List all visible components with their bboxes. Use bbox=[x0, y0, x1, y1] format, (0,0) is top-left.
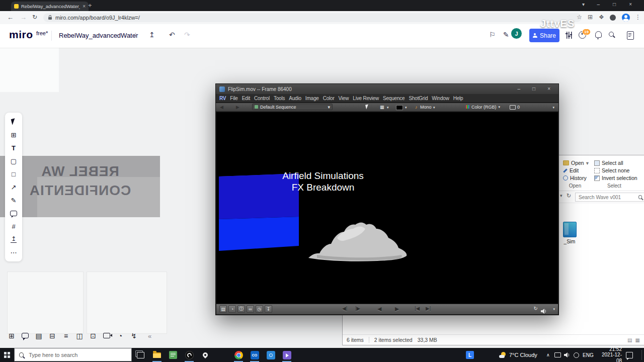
loop-mode-icon[interactable]: ∞ bbox=[247, 305, 254, 313]
cards-icon[interactable]: ⊟ bbox=[49, 332, 56, 339]
window-close-icon[interactable]: × bbox=[629, 2, 632, 7]
export-board-icon[interactable]: ↥ bbox=[149, 31, 155, 38]
quick-draw-icon[interactable]: ✎ bbox=[503, 31, 509, 38]
playback-loop-icon[interactable]: ↻ bbox=[534, 306, 538, 311]
extensions-icon[interactable]: ❖ bbox=[599, 14, 604, 20]
taskbar-purple-app[interactable] bbox=[279, 348, 295, 362]
prev-source-icon[interactable]: ◀ bbox=[220, 105, 223, 110]
select-tool[interactable] bbox=[5, 115, 22, 128]
start-button[interactable] bbox=[0, 348, 14, 362]
language-indicator[interactable]: ENG bbox=[583, 348, 594, 362]
select-all-button[interactable]: Select all bbox=[594, 160, 623, 166]
user-avatar[interactable]: J bbox=[511, 28, 522, 39]
speaker-icon[interactable] bbox=[541, 307, 547, 316]
menu-shotgrid[interactable]: ShotGrid bbox=[407, 96, 430, 101]
taskbar-file-explorer[interactable] bbox=[149, 348, 165, 362]
display-icon[interactable] bbox=[510, 105, 516, 111]
sequence-dropdown[interactable]: Default Sequence ▾ bbox=[252, 104, 333, 110]
canvas-frame[interactable] bbox=[87, 272, 167, 334]
back-icon[interactable]: ← bbox=[7, 14, 14, 21]
explorer-open-button[interactable]: Open ▾ bbox=[563, 160, 589, 166]
layout-icon[interactable]: ◫ bbox=[76, 332, 83, 339]
menu-view[interactable]: View bbox=[337, 96, 351, 101]
frames-panel-icon[interactable]: ⊞ bbox=[8, 332, 15, 339]
taskbar-co-app[interactable]: CO bbox=[247, 348, 263, 362]
settings-sliders-icon[interactable] bbox=[566, 32, 572, 39]
select-none-button[interactable]: Select none bbox=[594, 167, 629, 173]
thumbnails-view-icon[interactable]: ▦ bbox=[635, 338, 640, 343]
forward-icon[interactable]: → bbox=[20, 14, 27, 21]
taskbar-search-input[interactable] bbox=[28, 351, 127, 358]
browser-tab[interactable]: RebelWay_advancedWater_Onli × bbox=[11, 2, 89, 11]
plan-label[interactable]: free* bbox=[36, 30, 48, 36]
menu-control[interactable]: Control bbox=[252, 96, 272, 101]
comments-panel-icon[interactable] bbox=[22, 332, 29, 339]
redo-icon[interactable]: ↷ bbox=[184, 31, 190, 38]
tray-l-app[interactable]: L bbox=[466, 348, 474, 362]
action-center-button[interactable] bbox=[626, 348, 633, 362]
taskbar-clock[interactable]: 21:52 2021-12-08 bbox=[598, 348, 622, 362]
invert-selection-button[interactable]: Invert selection bbox=[594, 175, 637, 181]
url-field[interactable]: miro.com/app/board/o9J_lr4klzw=/ bbox=[43, 13, 582, 22]
menu-window[interactable]: Window bbox=[430, 96, 451, 101]
taskbar-maps-app[interactable] bbox=[197, 348, 213, 362]
collapse-toolbar-icon[interactable]: « bbox=[148, 333, 151, 339]
explorer-search-box[interactable] bbox=[575, 193, 644, 202]
go-to-start-button[interactable]: |◀ bbox=[415, 306, 420, 311]
menu-tools[interactable]: Tools bbox=[272, 96, 287, 101]
menu-edit[interactable]: Edit bbox=[240, 96, 252, 101]
arrow-tool[interactable]: ↗ bbox=[5, 180, 22, 194]
explorer-edit-button[interactable]: Edit bbox=[563, 167, 579, 173]
notes-panel-icon[interactable] bbox=[627, 31, 634, 40]
extension-button[interactable] bbox=[610, 15, 616, 21]
rv-viewport[interactable]: Airfield Simulations FX Breakdown bbox=[216, 112, 558, 304]
refresh-icon[interactable]: ↻ bbox=[32, 14, 37, 20]
tab-close-icon[interactable]: × bbox=[83, 4, 86, 9]
browser-profile-avatar[interactable] bbox=[622, 14, 630, 22]
taskbar-search[interactable] bbox=[14, 348, 132, 361]
menu-live-review[interactable]: Live Review bbox=[351, 96, 381, 101]
tray-volume-icon[interactable] bbox=[564, 348, 570, 362]
info-icon[interactable]: ⓘ bbox=[237, 305, 245, 313]
taskbar-notes-app[interactable] bbox=[165, 348, 181, 362]
file-item[interactable]: _Sim bbox=[556, 222, 583, 244]
favorite-star-icon[interactable]: ☆ bbox=[132, 32, 139, 39]
rv-close-icon[interactable]: × bbox=[543, 86, 555, 92]
video-icon[interactable] bbox=[103, 332, 110, 339]
rv-maximize-icon[interactable]: □ bbox=[528, 86, 540, 92]
canvas-frame[interactable] bbox=[7, 272, 84, 334]
export-frame-icon[interactable]: ↧ bbox=[265, 305, 272, 313]
canvas-shape[interactable] bbox=[0, 48, 59, 92]
canvas-gray-frame[interactable]: REBEL WA CONFIDENTIA bbox=[0, 156, 160, 217]
layout-grid-icon[interactable]: ▦ bbox=[380, 105, 384, 110]
menu-rv[interactable]: RV bbox=[217, 96, 228, 101]
taskbar-blue-app[interactable] bbox=[263, 348, 279, 362]
fps-clock-icon[interactable]: ◷ bbox=[256, 305, 263, 313]
bell-icon[interactable] bbox=[595, 31, 602, 38]
audio-mode-label[interactable]: Mono bbox=[420, 105, 432, 110]
timeline-layout-icon[interactable]: ▤ bbox=[219, 305, 227, 313]
task-view-button[interactable] bbox=[137, 352, 144, 358]
frame-tool[interactable]: # bbox=[5, 220, 22, 233]
address-chevron-icon[interactable]: ▾ bbox=[560, 193, 562, 198]
details-view-icon[interactable]: ▤ bbox=[627, 338, 632, 343]
step-back-button[interactable]: ◀| bbox=[342, 306, 347, 311]
rv-title-bar[interactable]: FlipSim.mov -- Frame 86400 – □ × bbox=[216, 84, 558, 94]
list-icon[interactable]: ≡ bbox=[62, 332, 69, 339]
window-maximize-icon[interactable]: □ bbox=[613, 2, 616, 7]
text-tool[interactable]: T bbox=[5, 141, 22, 154]
cache-icon[interactable]: ◔ bbox=[228, 305, 236, 313]
tray-display-icon[interactable] bbox=[554, 348, 561, 362]
color-mode-dropdown[interactable]: Color (RGB) ▾ bbox=[463, 104, 501, 110]
export-icon[interactable]: ⊡ bbox=[90, 332, 97, 339]
swatch-chevron-icon[interactable]: ▾ bbox=[405, 106, 407, 109]
sticky-note-tool[interactable]: ▢ bbox=[5, 154, 22, 167]
play-reverse-button[interactable]: ◀ bbox=[377, 306, 381, 312]
board-title[interactable]: RebelWay_advancedWater bbox=[59, 32, 138, 39]
window-minimize-icon[interactable]: – bbox=[597, 2, 600, 7]
presentation-flag-icon[interactable]: ⚐ bbox=[489, 31, 496, 38]
play-forward-button[interactable]: ▶ bbox=[395, 306, 399, 312]
menu-sequence[interactable]: Sequence bbox=[381, 96, 407, 101]
explorer-search-input[interactable] bbox=[578, 194, 636, 201]
background-swatch[interactable] bbox=[396, 105, 403, 111]
